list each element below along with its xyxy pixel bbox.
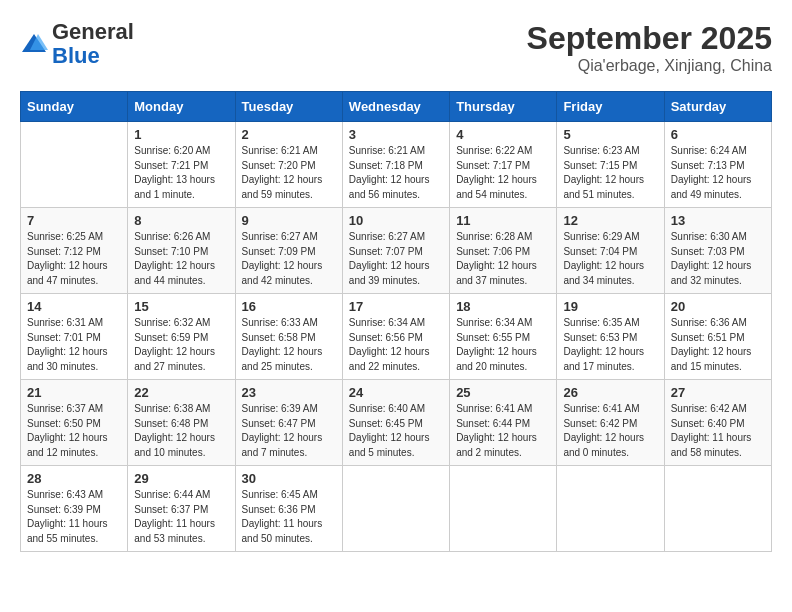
- day-info: Sunrise: 6:35 AM Sunset: 6:53 PM Dayligh…: [563, 316, 657, 374]
- day-info: Sunrise: 6:22 AM Sunset: 7:17 PM Dayligh…: [456, 144, 550, 202]
- title-block: September 2025 Qia'erbage, Xinjiang, Chi…: [527, 20, 772, 75]
- calendar-cell: 16Sunrise: 6:33 AM Sunset: 6:58 PM Dayli…: [235, 294, 342, 380]
- calendar-cell: 29Sunrise: 6:44 AM Sunset: 6:37 PM Dayli…: [128, 466, 235, 552]
- calendar-cell: 13Sunrise: 6:30 AM Sunset: 7:03 PM Dayli…: [664, 208, 771, 294]
- day-info: Sunrise: 6:38 AM Sunset: 6:48 PM Dayligh…: [134, 402, 228, 460]
- day-info: Sunrise: 6:40 AM Sunset: 6:45 PM Dayligh…: [349, 402, 443, 460]
- page-header: General Blue September 2025 Qia'erbage, …: [20, 20, 772, 75]
- day-number: 19: [563, 299, 657, 314]
- calendar-week-row: 21Sunrise: 6:37 AM Sunset: 6:50 PM Dayli…: [21, 380, 772, 466]
- calendar-cell: 4Sunrise: 6:22 AM Sunset: 7:17 PM Daylig…: [450, 122, 557, 208]
- calendar-cell: [557, 466, 664, 552]
- logo-text: General Blue: [52, 20, 134, 68]
- day-info: Sunrise: 6:21 AM Sunset: 7:20 PM Dayligh…: [242, 144, 336, 202]
- day-info: Sunrise: 6:25 AM Sunset: 7:12 PM Dayligh…: [27, 230, 121, 288]
- day-number: 28: [27, 471, 121, 486]
- day-info: Sunrise: 6:33 AM Sunset: 6:58 PM Dayligh…: [242, 316, 336, 374]
- calendar-cell: 15Sunrise: 6:32 AM Sunset: 6:59 PM Dayli…: [128, 294, 235, 380]
- day-info: Sunrise: 6:24 AM Sunset: 7:13 PM Dayligh…: [671, 144, 765, 202]
- calendar-cell: 10Sunrise: 6:27 AM Sunset: 7:07 PM Dayli…: [342, 208, 449, 294]
- day-info: Sunrise: 6:23 AM Sunset: 7:15 PM Dayligh…: [563, 144, 657, 202]
- day-number: 1: [134, 127, 228, 142]
- day-number: 5: [563, 127, 657, 142]
- day-number: 20: [671, 299, 765, 314]
- calendar-cell: 25Sunrise: 6:41 AM Sunset: 6:44 PM Dayli…: [450, 380, 557, 466]
- calendar-week-row: 28Sunrise: 6:43 AM Sunset: 6:39 PM Dayli…: [21, 466, 772, 552]
- day-number: 12: [563, 213, 657, 228]
- calendar-cell: [664, 466, 771, 552]
- calendar-cell: 1Sunrise: 6:20 AM Sunset: 7:21 PM Daylig…: [128, 122, 235, 208]
- calendar-cell: 8Sunrise: 6:26 AM Sunset: 7:10 PM Daylig…: [128, 208, 235, 294]
- day-number: 14: [27, 299, 121, 314]
- day-info: Sunrise: 6:41 AM Sunset: 6:44 PM Dayligh…: [456, 402, 550, 460]
- calendar-day-header: Sunday: [21, 92, 128, 122]
- day-number: 10: [349, 213, 443, 228]
- day-number: 2: [242, 127, 336, 142]
- calendar-cell: 26Sunrise: 6:41 AM Sunset: 6:42 PM Dayli…: [557, 380, 664, 466]
- day-number: 6: [671, 127, 765, 142]
- calendar-week-row: 1Sunrise: 6:20 AM Sunset: 7:21 PM Daylig…: [21, 122, 772, 208]
- logo-icon: [20, 30, 48, 58]
- calendar-cell: 17Sunrise: 6:34 AM Sunset: 6:56 PM Dayli…: [342, 294, 449, 380]
- calendar-cell: 2Sunrise: 6:21 AM Sunset: 7:20 PM Daylig…: [235, 122, 342, 208]
- day-info: Sunrise: 6:41 AM Sunset: 6:42 PM Dayligh…: [563, 402, 657, 460]
- calendar-day-header: Wednesday: [342, 92, 449, 122]
- day-number: 25: [456, 385, 550, 400]
- month-title: September 2025: [527, 20, 772, 57]
- day-number: 15: [134, 299, 228, 314]
- calendar-cell: [21, 122, 128, 208]
- day-info: Sunrise: 6:34 AM Sunset: 6:55 PM Dayligh…: [456, 316, 550, 374]
- day-info: Sunrise: 6:44 AM Sunset: 6:37 PM Dayligh…: [134, 488, 228, 546]
- calendar-cell: 19Sunrise: 6:35 AM Sunset: 6:53 PM Dayli…: [557, 294, 664, 380]
- day-number: 9: [242, 213, 336, 228]
- calendar-cell: 5Sunrise: 6:23 AM Sunset: 7:15 PM Daylig…: [557, 122, 664, 208]
- calendar-cell: 27Sunrise: 6:42 AM Sunset: 6:40 PM Dayli…: [664, 380, 771, 466]
- day-number: 22: [134, 385, 228, 400]
- calendar-week-row: 14Sunrise: 6:31 AM Sunset: 7:01 PM Dayli…: [21, 294, 772, 380]
- calendar-cell: 3Sunrise: 6:21 AM Sunset: 7:18 PM Daylig…: [342, 122, 449, 208]
- calendar-cell: 18Sunrise: 6:34 AM Sunset: 6:55 PM Dayli…: [450, 294, 557, 380]
- day-info: Sunrise: 6:43 AM Sunset: 6:39 PM Dayligh…: [27, 488, 121, 546]
- calendar-cell: 22Sunrise: 6:38 AM Sunset: 6:48 PM Dayli…: [128, 380, 235, 466]
- day-info: Sunrise: 6:27 AM Sunset: 7:07 PM Dayligh…: [349, 230, 443, 288]
- day-info: Sunrise: 6:45 AM Sunset: 6:36 PM Dayligh…: [242, 488, 336, 546]
- day-number: 8: [134, 213, 228, 228]
- day-info: Sunrise: 6:39 AM Sunset: 6:47 PM Dayligh…: [242, 402, 336, 460]
- calendar-cell: 6Sunrise: 6:24 AM Sunset: 7:13 PM Daylig…: [664, 122, 771, 208]
- logo: General Blue: [20, 20, 134, 68]
- calendar-day-header: Monday: [128, 92, 235, 122]
- day-number: 21: [27, 385, 121, 400]
- day-number: 17: [349, 299, 443, 314]
- calendar-day-header: Tuesday: [235, 92, 342, 122]
- calendar-day-header: Friday: [557, 92, 664, 122]
- day-info: Sunrise: 6:20 AM Sunset: 7:21 PM Dayligh…: [134, 144, 228, 202]
- calendar-cell: 28Sunrise: 6:43 AM Sunset: 6:39 PM Dayli…: [21, 466, 128, 552]
- day-number: 7: [27, 213, 121, 228]
- calendar-cell: 30Sunrise: 6:45 AM Sunset: 6:36 PM Dayli…: [235, 466, 342, 552]
- day-info: Sunrise: 6:29 AM Sunset: 7:04 PM Dayligh…: [563, 230, 657, 288]
- day-number: 13: [671, 213, 765, 228]
- calendar-cell: 9Sunrise: 6:27 AM Sunset: 7:09 PM Daylig…: [235, 208, 342, 294]
- calendar-cell: 12Sunrise: 6:29 AM Sunset: 7:04 PM Dayli…: [557, 208, 664, 294]
- day-info: Sunrise: 6:21 AM Sunset: 7:18 PM Dayligh…: [349, 144, 443, 202]
- calendar-week-row: 7Sunrise: 6:25 AM Sunset: 7:12 PM Daylig…: [21, 208, 772, 294]
- calendar-cell: [450, 466, 557, 552]
- day-info: Sunrise: 6:26 AM Sunset: 7:10 PM Dayligh…: [134, 230, 228, 288]
- day-number: 27: [671, 385, 765, 400]
- day-info: Sunrise: 6:36 AM Sunset: 6:51 PM Dayligh…: [671, 316, 765, 374]
- day-info: Sunrise: 6:34 AM Sunset: 6:56 PM Dayligh…: [349, 316, 443, 374]
- calendar-cell: 23Sunrise: 6:39 AM Sunset: 6:47 PM Dayli…: [235, 380, 342, 466]
- day-info: Sunrise: 6:37 AM Sunset: 6:50 PM Dayligh…: [27, 402, 121, 460]
- day-number: 18: [456, 299, 550, 314]
- day-info: Sunrise: 6:28 AM Sunset: 7:06 PM Dayligh…: [456, 230, 550, 288]
- day-info: Sunrise: 6:30 AM Sunset: 7:03 PM Dayligh…: [671, 230, 765, 288]
- calendar-header-row: SundayMondayTuesdayWednesdayThursdayFrid…: [21, 92, 772, 122]
- day-number: 26: [563, 385, 657, 400]
- calendar-cell: 21Sunrise: 6:37 AM Sunset: 6:50 PM Dayli…: [21, 380, 128, 466]
- calendar-cell: 7Sunrise: 6:25 AM Sunset: 7:12 PM Daylig…: [21, 208, 128, 294]
- day-number: 29: [134, 471, 228, 486]
- calendar-cell: 20Sunrise: 6:36 AM Sunset: 6:51 PM Dayli…: [664, 294, 771, 380]
- day-info: Sunrise: 6:32 AM Sunset: 6:59 PM Dayligh…: [134, 316, 228, 374]
- day-number: 4: [456, 127, 550, 142]
- location: Qia'erbage, Xinjiang, China: [527, 57, 772, 75]
